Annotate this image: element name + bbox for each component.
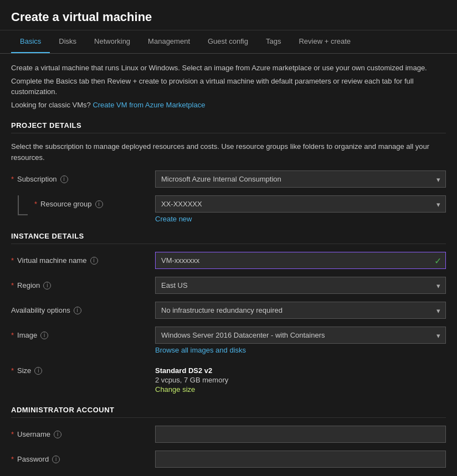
availability-dropdown[interactable]: No infrastructure redundancy required	[155, 302, 446, 319]
subscription-dropdown[interactable]: Microsoft Azure Internal Consumption	[155, 170, 446, 188]
tab-tags[interactable]: Tags	[257, 30, 290, 53]
description-line1: Create a virtual machine that runs Linux…	[11, 63, 446, 74]
username-required: *	[11, 430, 14, 438]
browse-images-link[interactable]: Browse all images and disks	[155, 346, 246, 354]
subscription-required: *	[11, 175, 14, 183]
subscription-dropdown-wrapper: Microsoft Azure Internal Consumption	[155, 170, 446, 188]
page-header: Create a virtual machine	[0, 0, 457, 30]
tab-bar: Basics Disks Networking Management Guest…	[0, 30, 457, 54]
tab-management[interactable]: Management	[139, 30, 199, 53]
image-dropdown-wrapper: Windows Server 2016 Datacenter - with Co…	[155, 327, 446, 344]
vm-name-check-icon: ✓	[434, 255, 441, 266]
availability-control: No infrastructure redundancy required	[155, 302, 446, 319]
size-control: Standard DS2 v2 2 vcpus, 7 GB memory Cha…	[155, 362, 446, 398]
classic-vm-link[interactable]: Create VM from Azure Marketplace	[93, 101, 205, 109]
classic-vm-text: Looking for classic VMs? Create VM from …	[11, 100, 446, 111]
description-line2: Complete the Basics tab then Review + cr…	[11, 76, 446, 97]
region-info-icon[interactable]: i	[43, 282, 51, 289]
size-info-icon[interactable]: i	[34, 367, 42, 375]
vm-name-control: ✓	[155, 252, 446, 269]
username-row: * Username i	[11, 426, 446, 443]
subscription-control: Microsoft Azure Internal Consumption	[155, 170, 446, 188]
size-info-block: Standard DS2 v2 2 vcpus, 7 GB memory Cha…	[155, 362, 446, 398]
resource-group-dropdown[interactable]: XX-XXXXXX	[155, 195, 446, 213]
password-info-icon[interactable]: i	[52, 456, 60, 463]
vm-name-input[interactable]	[155, 252, 446, 269]
subscription-row: * Subscription i Microsoft Azure Interna…	[11, 170, 446, 188]
project-details-header: PROJECT DETAILS	[11, 121, 446, 130]
size-name: Standard DS2 v2	[155, 366, 446, 375]
availability-row: Availability options i No infrastructure…	[11, 302, 446, 319]
rg-spacer: * Resource group i	[11, 195, 155, 215]
image-row: * Image i Windows Server 2016 Datacenter…	[11, 327, 446, 354]
divider-instance	[11, 244, 446, 244]
password-row: * Password i	[11, 451, 446, 468]
divider-admin	[11, 417, 446, 418]
password-required: *	[11, 455, 14, 463]
username-label: * Username i	[11, 426, 155, 438]
password-label: * Password i	[11, 451, 155, 463]
subscription-label: * Subscription i	[11, 170, 155, 183]
region-dropdown[interactable]: East US	[155, 277, 446, 294]
tab-disks[interactable]: Disks	[50, 30, 85, 53]
size-label: * Size i	[11, 362, 155, 375]
tab-networking[interactable]: Networking	[85, 30, 139, 53]
image-info-icon[interactable]: i	[40, 332, 48, 339]
page-container: Create a virtual machine Basics Disks Ne…	[0, 0, 457, 476]
availability-dropdown-wrapper: No infrastructure redundancy required	[155, 302, 446, 319]
username-input[interactable]	[155, 426, 446, 443]
vm-name-info-icon[interactable]: i	[90, 257, 98, 265]
vm-name-required: *	[11, 256, 14, 265]
size-details: 2 vcpus, 7 GB memory	[155, 376, 446, 384]
resource-group-row: * Resource group i XX-XXXXXX Create new	[11, 195, 446, 223]
rg-control: XX-XXXXXX Create new	[155, 195, 446, 223]
divider-project	[11, 133, 446, 133]
vm-name-label: * Virtual machine name i	[11, 252, 155, 265]
image-required: *	[11, 331, 14, 339]
project-description: Select the subscription to manage deploy…	[11, 141, 446, 163]
rg-required: *	[34, 200, 37, 208]
vm-name-row: * Virtual machine name i ✓	[11, 252, 446, 269]
change-size-link[interactable]: Change size	[155, 385, 195, 394]
create-new-link[interactable]: Create new	[155, 215, 192, 223]
tab-reviewcreate[interactable]: Review + create	[290, 30, 360, 53]
password-control	[155, 451, 446, 468]
availability-label: Availability options i	[11, 302, 155, 314]
username-control	[155, 426, 446, 443]
tab-guestconfig[interactable]: Guest config	[199, 30, 257, 53]
availability-info-icon[interactable]: i	[74, 307, 81, 314]
password-input[interactable]	[155, 451, 446, 468]
size-required: *	[11, 366, 14, 375]
instance-details-header: INSTANCE DETAILS	[11, 232, 446, 240]
region-dropdown-wrapper: East US	[155, 277, 446, 294]
image-label: * Image i	[11, 327, 155, 339]
region-required: *	[11, 281, 14, 289]
page-title: Create a virtual machine	[11, 10, 446, 24]
region-row: * Region i East US	[11, 277, 446, 294]
size-row: * Size i Standard DS2 v2 2 vcpus, 7 GB m…	[11, 362, 446, 398]
region-label: * Region i	[11, 277, 155, 289]
subscription-info-icon[interactable]: i	[60, 175, 68, 183]
username-info-icon[interactable]: i	[54, 431, 61, 438]
rg-info-icon[interactable]: i	[95, 200, 103, 208]
rg-dropdown-wrapper: XX-XXXXXX	[155, 195, 446, 213]
tab-basics[interactable]: Basics	[11, 30, 50, 53]
region-control: East US	[155, 277, 446, 294]
admin-account-header: ADMINISTRATOR ACCOUNT	[11, 406, 446, 414]
content-area: Create a virtual machine that runs Linux…	[0, 54, 457, 476]
image-control: Windows Server 2016 Datacenter - with Co…	[155, 327, 446, 354]
image-dropdown[interactable]: Windows Server 2016 Datacenter - with Co…	[155, 327, 446, 344]
